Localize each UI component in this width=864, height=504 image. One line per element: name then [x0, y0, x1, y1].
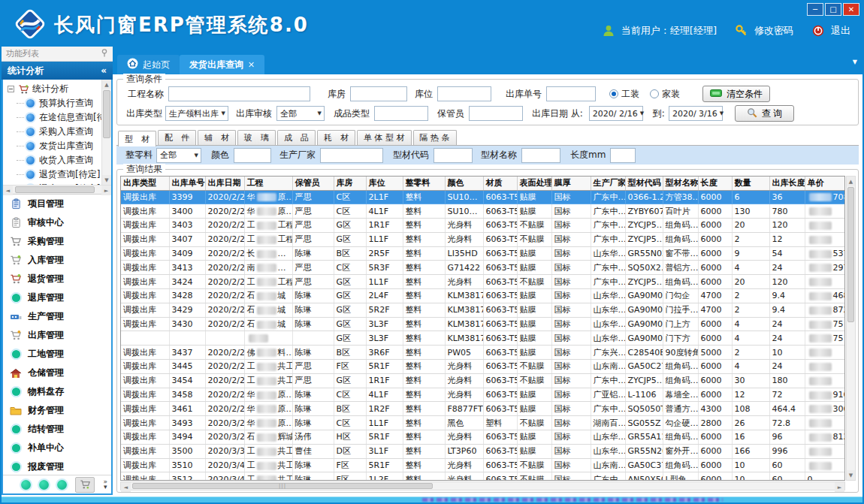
table-row[interactable]: 调拨出库34452020/2/27工共工程严思F区5R1F整料光身料6063-T… — [121, 360, 845, 374]
tree-item[interactable]: 在途信息查询[待 — [6, 110, 111, 125]
material-tab[interactable]: 配 件 — [158, 130, 196, 145]
column-header[interactable]: 库位 — [366, 177, 403, 190]
table-row[interactable]: G区3L3F整料KLM38176063-T5贴膜国标山东华…GA90M09…门下… — [121, 331, 845, 346]
column-header[interactable]: 型材代码 — [625, 177, 663, 190]
dot-icon[interactable] — [57, 480, 67, 490]
tree-item[interactable]: 收货入库查询 — [6, 153, 111, 167]
product-type-input[interactable] — [374, 106, 428, 121]
table-row[interactable]: 调拨出库34612020/2/28华原…陈琳B区1R2F整料F8877FT606… — [121, 402, 845, 416]
column-header[interactable]: 单价 — [805, 177, 845, 190]
project-name-input[interactable] — [168, 86, 310, 101]
column-header[interactable]: 出库长度 — [769, 177, 805, 190]
profile-code-input[interactable] — [434, 148, 473, 163]
column-header[interactable]: 出库类型 — [121, 177, 169, 190]
sidebar-menu-item[interactable]: 生产管理 — [3, 307, 111, 326]
dot-icon[interactable] — [21, 480, 31, 490]
radio-option[interactable]: 家装 — [650, 88, 680, 101]
sidebar-menu-item[interactable]: 项目管理 — [3, 195, 111, 213]
material-tab[interactable]: 型 材 — [118, 131, 156, 146]
table-row[interactable]: 调拨出库34292020/2/26石城陈琳G区5R2F整料KLM38176063… — [121, 303, 845, 317]
audit-select[interactable]: 全部▼ — [276, 106, 325, 121]
table-row[interactable]: 调拨出库34942020/3/2石辉城汤伟H区5R1F整料光身料6063-T5贴… — [121, 430, 845, 445]
tree-collapse-icon[interactable] — [8, 86, 14, 92]
tab-close-icon[interactable]: ✕ — [248, 60, 255, 70]
grid-vscroll-thumb[interactable] — [847, 187, 854, 322]
sidebar-menu-item[interactable]: 出库管理 — [3, 326, 111, 345]
column-header[interactable]: 生产厂家 — [591, 177, 625, 190]
warehouse-input[interactable] — [350, 86, 407, 101]
table-row[interactable]: 调拨出库34242020/2/26工工程严思G区1L1F整料光身料6063-T5… — [121, 275, 845, 289]
order-no-input[interactable] — [546, 86, 596, 101]
tree-vertical-scrollbar[interactable]: ▲ ▼ — [101, 80, 111, 185]
color-input[interactable] — [234, 148, 271, 163]
tab-list-dropdown-icon[interactable]: ▼ — [853, 59, 857, 65]
column-header[interactable]: 表面处理 — [517, 177, 551, 190]
maximize-button[interactable]: □ — [825, 3, 841, 16]
material-tab[interactable]: 辅 材 — [198, 130, 236, 145]
table-row[interactable]: 调拨出库35002020/3/3工共工程曹佳D区3L1F整料LT3P606063… — [121, 444, 845, 458]
tree-item[interactable]: 预算执行查询 — [6, 96, 111, 110]
radio-icon[interactable] — [609, 89, 618, 98]
column-header[interactable]: 数量 — [732, 177, 769, 190]
change-password-link[interactable]: 修改密码 — [754, 24, 793, 38]
material-tab[interactable]: 隔 热 条 — [413, 130, 457, 145]
table-row[interactable]: 调拨出库34002020/2/25华原…严思C区4L1F整料SU10…6063-… — [121, 204, 845, 219]
column-header[interactable]: 出库日期 — [205, 177, 244, 190]
scroll-right-icon[interactable]: ► — [835, 482, 844, 492]
scroll-right-icon[interactable]: ► — [101, 186, 111, 195]
column-header[interactable]: 出库单号 — [169, 177, 205, 190]
logout-link[interactable]: 退出 — [831, 24, 850, 38]
table-row[interactable]: 调拨出库34092020/2/25长…陈琳B区2R5F整料LI35HD6063-… — [121, 246, 845, 261]
pin-icon[interactable] — [101, 49, 108, 59]
grid-vertical-scrollbar[interactable]: ▲ ▼ — [846, 176, 856, 481]
tab-home[interactable]: 起始页 — [117, 55, 180, 74]
sidebar-menu-item[interactable]: 财务管理 — [3, 401, 111, 420]
grid-horizontal-scrollbar[interactable]: ◄ ||| ► — [120, 481, 845, 490]
tree-hscroll-thumb[interactable] — [15, 186, 95, 193]
sidebar-menu-item[interactable]: 报废管理 — [3, 457, 111, 476]
sidebar-menu-item[interactable]: 退货管理 — [3, 270, 111, 288]
column-header[interactable]: 颜色 — [445, 177, 483, 190]
column-header[interactable]: 型材名称 — [663, 177, 698, 190]
sidebar-menu-item[interactable]: 物料盘存 — [3, 382, 111, 401]
table-row[interactable]: 调拨出库35102020/3/4工共工程陈琳F区5R1F整料光身料6063-T5… — [121, 458, 845, 472]
whole-piece-select[interactable]: 全部▼ — [156, 148, 201, 163]
minimize-button[interactable]: ─ — [807, 3, 823, 16]
tab-shipping-outbound-query[interactable]: 发货出库查询 ✕ — [180, 55, 264, 74]
table-row[interactable]: 调拨出库34072020/2/25工工程严思G区1L1F整料光身料6063-T5… — [121, 232, 845, 246]
table-row[interactable]: 调拨出库35122020/3/4工共工程陈琳F区1L2F整料光身料6063-T5… — [121, 472, 845, 481]
sidebar-menu-item[interactable]: 采购管理 — [3, 232, 111, 251]
material-tab[interactable]: 单 体 型 材 — [357, 130, 412, 145]
material-tab[interactable]: 成 品 — [277, 130, 316, 145]
table-row[interactable]: 调拨出库33992020/2/25华原…严思C区2L1F整料SU10…6063-… — [121, 190, 845, 204]
tree-root-statistics[interactable]: 统计分析 — [6, 82, 111, 96]
scroll-down-icon[interactable]: ▼ — [847, 470, 855, 480]
scroll-left-icon[interactable]: ◄ — [121, 482, 131, 492]
tree-item[interactable]: 采购入库查询 — [6, 125, 111, 139]
table-row[interactable]: 调拨出库34282020/2/26石城陈琳G区2L4F整料KLM38176063… — [121, 289, 845, 303]
column-header[interactable]: 库房 — [334, 177, 366, 190]
tree-vscroll-thumb[interactable] — [103, 90, 110, 138]
location-input[interactable] — [437, 86, 491, 101]
scroll-up-icon[interactable]: ▲ — [847, 177, 855, 186]
sidebar-menu-item[interactable]: 仓储管理 — [3, 364, 111, 382]
column-header[interactable]: 工程 — [244, 177, 292, 190]
date-from-select[interactable]: 2020/ 2/16▼ — [589, 106, 643, 121]
table-row[interactable]: 调拨出库34372020/2/27佛料…陈琳B区3R6F整料PW056063-T… — [121, 346, 845, 360]
clear-conditions-button[interactable]: 清空条件 — [702, 86, 770, 102]
grid-hscroll-thumb[interactable]: ||| — [132, 483, 433, 489]
scroll-up-icon[interactable]: ▲ — [102, 80, 111, 89]
length-input[interactable] — [610, 148, 636, 163]
sidebar-menu-item[interactable]: 退库管理 — [3, 288, 111, 307]
material-tab[interactable]: 玻 璃 — [237, 130, 276, 145]
search-button[interactable]: 查 询 — [735, 105, 794, 122]
cart-shortcut-button[interactable] — [75, 477, 95, 493]
overflow-chevron-icon[interactable]: »▾ — [103, 479, 107, 490]
sidebar-menu-item[interactable]: 入库管理 — [3, 251, 111, 270]
outbound-type-select[interactable]: 生产领料出库▼ — [165, 106, 228, 121]
table-row[interactable]: 调拨出库34542020/2/28工共工程严思G区1R1F整料光身料6063-T… — [121, 373, 845, 388]
manufacturer-input[interactable] — [320, 148, 383, 163]
sidebar-group-header[interactable]: 统计分析 « — [2, 62, 113, 80]
column-header[interactable]: 长度 — [698, 177, 732, 190]
tree-item[interactable]: 退货查询[待定] — [6, 167, 111, 182]
